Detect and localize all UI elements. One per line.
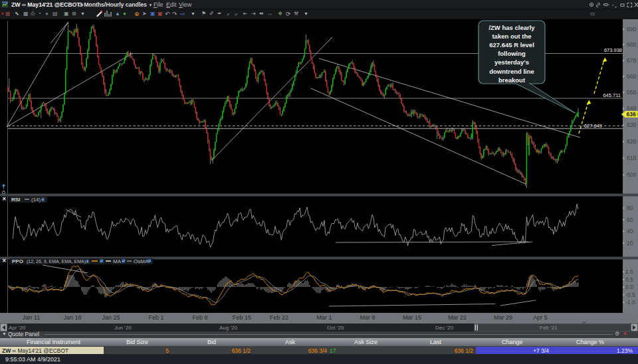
svg-text:Feb 1: Feb 1 <box>148 314 163 321</box>
svg-text:Jan 25: Jan 25 <box>102 314 120 321</box>
svg-text:Mar 1: Mar 1 <box>316 314 332 321</box>
svg-text:downtrend line: downtrend line <box>489 68 534 75</box>
svg-text:Aug ’20: Aug ’20 <box>219 325 238 331</box>
svg-text:✕: ✕ <box>2 258 7 264</box>
svg-text:OsMA: OsMA <box>134 258 149 264</box>
svg-text:RSI: RSI <box>11 197 20 203</box>
svg-text:Mar 29: Mar 29 <box>494 314 512 321</box>
svg-text:Jan 11: Jan 11 <box>23 314 40 321</box>
svg-text:Mar 15: Mar 15 <box>403 314 421 321</box>
svg-text:600: 600 <box>627 171 636 178</box>
svg-text:Oct ’20: Oct ’20 <box>327 325 344 331</box>
svg-text:Mar 8: Mar 8 <box>360 314 375 321</box>
svg-text:-1.0: -1.0 <box>625 299 635 306</box>
svg-text:Dec ’20: Dec ’20 <box>435 325 454 331</box>
svg-text:60: 60 <box>627 217 633 223</box>
svg-text:627.649: 627.649 <box>584 123 602 129</box>
svg-text:610: 610 <box>627 155 636 161</box>
svg-text:taken out the: taken out the <box>492 33 531 40</box>
svg-text:✕: ✕ <box>2 196 7 202</box>
svg-text:following: following <box>498 50 526 57</box>
svg-text:(12, 26, 9, EMA, EMA, EMA): (12, 26, 9, EMA, EMA, EMA) <box>27 259 86 264</box>
svg-text:PPO: PPO <box>12 258 23 264</box>
svg-text:670: 670 <box>627 57 636 64</box>
svg-text:Apr ’20: Apr ’20 <box>9 325 26 331</box>
svg-text:650: 650 <box>627 89 636 96</box>
svg-text:620: 620 <box>627 138 636 145</box>
svg-text:627.645 R level: 627.645 R level <box>489 41 534 48</box>
svg-text:1.0: 1.0 <box>625 268 633 275</box>
svg-text:Feb 15: Feb 15 <box>233 314 251 321</box>
svg-text:Jun ’20: Jun ’20 <box>114 325 132 331</box>
svg-text:0.5: 0.5 <box>625 276 633 283</box>
svg-text:Mar 22: Mar 22 <box>448 314 467 321</box>
svg-text:Feb 22: Feb 22 <box>270 314 288 321</box>
svg-text:MA: MA <box>113 258 122 264</box>
svg-text:Feb 8: Feb 8 <box>192 314 207 321</box>
svg-text:0.0: 0.0 <box>625 284 633 290</box>
svg-text:636: 636 <box>627 111 636 118</box>
svg-text:breakout: breakout <box>498 76 526 84</box>
svg-text:80: 80 <box>627 205 633 211</box>
svg-text:630: 630 <box>627 122 636 128</box>
svg-text:Feb ’21: Feb ’21 <box>540 325 558 331</box>
svg-text:673.938: 673.938 <box>604 47 622 53</box>
svg-text:40: 40 <box>627 228 633 234</box>
svg-text:20: 20 <box>627 240 633 246</box>
svg-text:Apr 5: Apr 5 <box>533 314 548 321</box>
svg-text:660: 660 <box>627 73 636 80</box>
svg-text:-0.5: -0.5 <box>625 292 635 298</box>
svg-text:yesterday's: yesterday's <box>494 58 529 66</box>
svg-text:645.711: 645.711 <box>603 92 621 98</box>
svg-text:/ZW has clearly: /ZW has clearly <box>488 24 535 31</box>
svg-text:(14): (14) <box>31 197 41 203</box>
svg-text:Jan 18: Jan 18 <box>63 314 81 321</box>
svg-text:690: 690 <box>627 26 636 33</box>
svg-text:680: 680 <box>627 41 636 48</box>
